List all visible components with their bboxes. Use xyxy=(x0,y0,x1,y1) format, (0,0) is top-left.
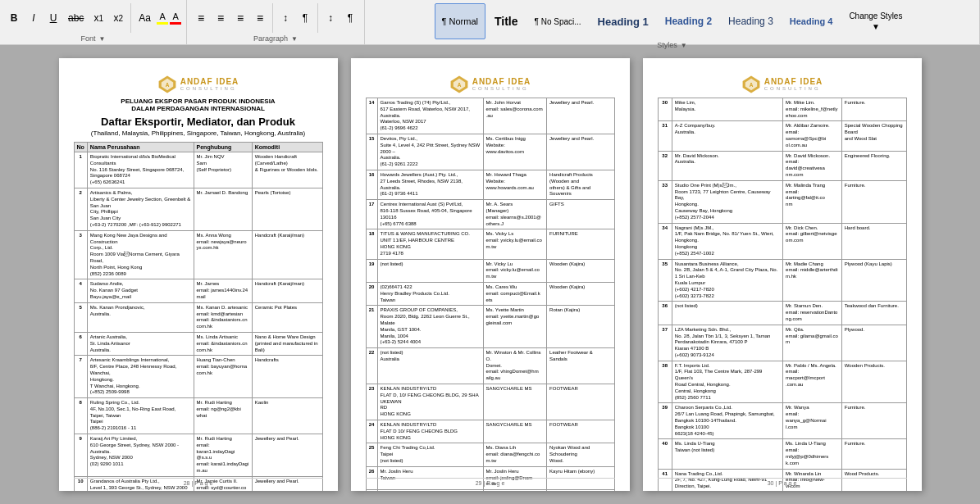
cell-product: Jewellery and Pearl. xyxy=(252,434,322,477)
align-right-button[interactable]: ≡ xyxy=(231,9,249,27)
cell-no: 34 xyxy=(658,223,672,259)
cell-no: 6 xyxy=(74,332,87,355)
main-toolbar: B I U abc x1 x2 Aa A A Font ▼ ≡ ≡ ≡ xyxy=(0,0,980,45)
align-left-button[interactable]: ≡ xyxy=(192,9,210,27)
font-case-button[interactable]: Aa xyxy=(134,9,155,27)
cell-company: TITUS & WANG MANUFACTURING CO. UNIT 11/E… xyxy=(377,229,483,259)
cell-contact: Ms. Certibus Inigg Website: www.davitos.… xyxy=(483,134,547,170)
divider3 xyxy=(317,3,318,33)
font-color-button[interactable]: A xyxy=(170,11,181,25)
superscript-button[interactable]: x2 xyxy=(109,9,127,27)
cell-product: Teakwood dan Furniture. xyxy=(841,302,906,325)
cell-product: Plywood (Kayu Lapis) xyxy=(841,259,906,302)
cell-contact: Mr. Qila. email: gilama@gmail.co m xyxy=(783,325,842,361)
cell-contact: Mr. Howard Thaga Website: www.howards.co… xyxy=(483,170,547,199)
cell-no: 21 xyxy=(366,306,377,348)
table-row: 5Ms. Kanan Prondjanovic, Australia.Ms. K… xyxy=(74,302,322,332)
para-spacing-button[interactable]: ¶ xyxy=(296,9,314,27)
cell-company: Artanic Australia, St. Linda Artisanor A… xyxy=(87,332,194,355)
style-h3-button[interactable]: Heading 3 xyxy=(721,3,781,39)
table-row: 36(not listed)Mr. Stamun Den. email: res… xyxy=(658,302,906,325)
para-expand-icon[interactable]: ▼ xyxy=(291,35,298,43)
table-row: 27Woodhouse Corp., Kaohsiung Kaohsiung –… xyxy=(366,490,614,491)
table-row: 40Ms. Linda U-Tiang Taiwan (not listed)M… xyxy=(658,439,906,469)
cell-company: Karaij Art Pty Limited, 610 George Stree… xyxy=(87,434,194,477)
page28-table: No Nama Perusahaan Penghubung Komoditi 1… xyxy=(74,142,323,491)
align-justify-button[interactable]: ≡ xyxy=(251,9,269,27)
table-row: 25Feng Chi Trading Co,Ltd. Taipei (not l… xyxy=(366,443,614,466)
cell-contact: SANGYCHARLE MS xyxy=(483,384,547,420)
styles-group: ¶ Normal Title ¶ No Spaci... Heading 1 H… xyxy=(365,0,980,44)
table-row: 6Artanic Australia, St. Linda Artisanor … xyxy=(74,332,322,355)
bold-button[interactable]: B xyxy=(5,9,23,27)
cell-product: Engineered Flooring. xyxy=(841,151,906,180)
cell-company: Devitos, Pty Ltd., Suite 4, Level 4, 242… xyxy=(377,134,483,170)
cell-product: Wooden (Kajira) xyxy=(547,282,614,305)
page28-header: PELUANG EKSPOR PASAR PRODUK INDONESIA DA… xyxy=(74,98,323,112)
change-styles-button[interactable]: Change Styles ▼ xyxy=(841,3,909,39)
cell-no: 8 xyxy=(74,398,87,434)
cell-contact: Mr. A. Sears (Manager) email: slearns@s.… xyxy=(483,200,547,229)
cell-no: 5 xyxy=(74,302,87,332)
cell-no: 25 xyxy=(366,443,377,466)
table-row: 18TITUS & WANG MANUFACTURING CO. UNIT 11… xyxy=(366,229,614,259)
cell-company: Garros Trading (S) (74) Pty/Ltd., 617 Ea… xyxy=(377,98,483,134)
cell-contact: Mr. Rudi Harting email: karan1.indayDagi… xyxy=(194,434,252,477)
subscript-button[interactable]: x1 xyxy=(89,9,107,27)
cell-product: Handcraft (Karaij/man) xyxy=(252,230,322,279)
strikethrough-button[interactable]: abc xyxy=(64,9,88,27)
cell-no: 15 xyxy=(366,134,377,170)
cell-contact: Mr. David Mickoson. email: david@creativ… xyxy=(783,151,842,180)
sort-button[interactable]: ↕ xyxy=(321,9,340,27)
cell-contact: Ms. Cares Wu email: compuct@Email.k ets xyxy=(483,282,547,305)
cell-company: KENLAN INDUSTRY/LTD FLAT D, 10/ FENG CHE… xyxy=(377,384,483,420)
cell-product: Wooden Handicraft (Carved/Lathe) & Figur… xyxy=(252,152,322,188)
italic-button[interactable]: I xyxy=(25,9,43,27)
table-row: 24KENLAN INDUSTRY/LTD FLAT D 10/ FENG CH… xyxy=(366,420,614,443)
underline-button[interactable]: U xyxy=(44,9,62,27)
line-spacing-button[interactable]: ↕ xyxy=(276,9,294,27)
cell-company: Centrex International Aust (S) Pvt/Ltd, … xyxy=(377,200,483,229)
table-row: 20(02)66471 422 Henry Bradley Products C… xyxy=(366,282,614,305)
highlight-color-button[interactable]: A xyxy=(157,11,168,25)
table-row: 2Artisanics & Palms, Liberty & Center Je… xyxy=(74,188,322,230)
page28-logo: A ANDAF IDEA CONSULTING xyxy=(74,75,323,94)
style-normal-button[interactable]: ¶ Normal xyxy=(435,3,485,39)
cell-product: Furniture. xyxy=(841,403,906,439)
cell-no: 24 xyxy=(366,420,377,443)
andaf-logo-diamond-30: A xyxy=(741,75,761,94)
document-area: A ANDAF IDEA CONSULTING PELUANG EKSPOR P… xyxy=(0,45,980,504)
page30-logo: A ANDAF IDEA CONSULTING xyxy=(658,75,907,94)
font-expand-icon[interactable]: ▼ xyxy=(99,35,106,43)
cell-product: Leather Footwear & Sandals xyxy=(547,348,614,384)
table-row: 16Howards Jewellers (Aust.) Pty. Ltd., 2… xyxy=(366,170,614,199)
style-h1-button[interactable]: Heading 1 xyxy=(590,3,656,39)
cell-no: 20 xyxy=(366,282,377,305)
cell-contact: Mr. Pablo / Ms. Angela. email: macport@I… xyxy=(783,361,842,403)
divider2 xyxy=(272,3,273,33)
cell-contact: Mr. Jim NQV Sam (Self Proprietor) xyxy=(194,152,252,188)
cell-company: Mang Kong New Jaya Designs and Construct… xyxy=(87,230,194,279)
style-h2-button[interactable]: Heading 2 xyxy=(658,3,719,39)
style-h4-button[interactable]: Heading 4 xyxy=(782,3,841,39)
svg-text:A: A xyxy=(165,82,169,88)
table-row: 23KENLAN INDUSTRY/LTD FLAT D, 10/ FENG C… xyxy=(366,384,614,420)
table-row: 1Biopratic International d/b/a BioMedica… xyxy=(74,152,322,188)
page28-footer: 28 | P a g e xyxy=(74,478,323,486)
show-hide-button[interactable]: ¶ xyxy=(341,9,359,27)
align-center-button[interactable]: ≡ xyxy=(212,9,230,27)
col-no: No xyxy=(74,143,87,152)
styles-expand-icon[interactable]: ▼ xyxy=(681,42,687,49)
cell-company: Charoon Serparts Co.,Ltd. 26/7 Lan Luang… xyxy=(672,403,782,439)
style-nospace-button[interactable]: ¶ No Spaci... xyxy=(527,3,589,39)
svg-text:A: A xyxy=(457,82,461,88)
header-line1: PELUANG EKSPOR PASAR PRODUK INDONESIA xyxy=(74,98,323,105)
cell-no: 40 xyxy=(658,439,672,469)
cell-product: Handicraft Products (Wooden and others) … xyxy=(547,170,614,199)
cell-no: 35 xyxy=(658,259,672,302)
cell-company: Mr. David Mickoson. Australia. xyxy=(672,151,782,180)
cell-product: Wooden Products. xyxy=(841,361,906,403)
table-row: 33Studio One Print (M)sJm., Room 1723, … xyxy=(658,180,906,223)
style-title-button[interactable]: Title xyxy=(487,3,526,39)
cell-product: Furniture. xyxy=(841,180,906,223)
